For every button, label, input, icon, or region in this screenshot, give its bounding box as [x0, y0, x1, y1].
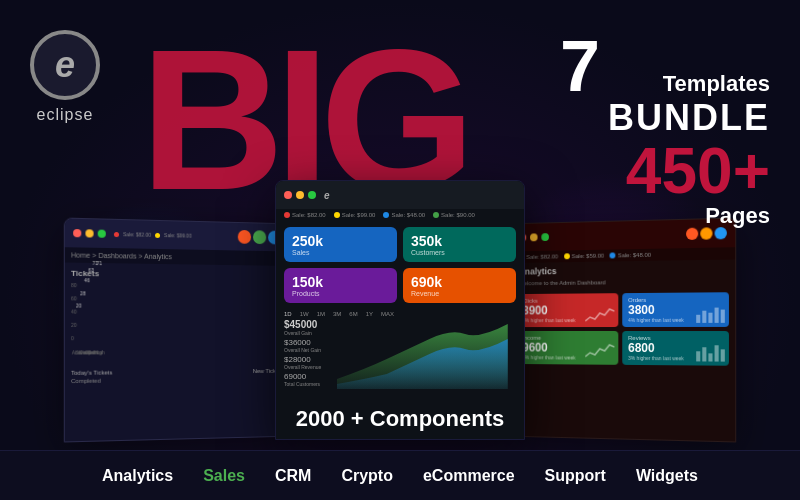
nav-crm[interactable]: CRM	[275, 467, 311, 485]
svg-rect-7	[708, 353, 712, 361]
logo-name: eclipse	[37, 106, 94, 124]
nav-widgets[interactable]: Widgets	[636, 467, 698, 485]
minimize-dot	[85, 229, 93, 237]
r-stat-2: Sale: $59.00	[564, 253, 604, 260]
completed-label: Completed	[71, 376, 283, 384]
svg-rect-1	[702, 311, 706, 323]
nav-sales[interactable]: Sales	[203, 467, 245, 485]
logo-icon: e	[30, 30, 100, 100]
left-dashboard: Sale: $82.00 Sale: $99.00 Home > Dashboa…	[64, 218, 290, 443]
stat-4: Sale: $90.00	[433, 212, 475, 218]
analytics-cards: Clicks 8900 3% higher than last week Ord…	[511, 288, 735, 370]
middle-dash-header: e	[276, 181, 524, 209]
nav-crypto[interactable]: Crypto	[341, 467, 393, 485]
bundle-pages-number: 450+	[560, 139, 770, 203]
orders-card: Orders 3800 4% higher than last week	[622, 292, 729, 327]
minimize-dot-mid	[296, 191, 304, 199]
clicks-card: Clicks 8900 3% higher than last week	[517, 293, 618, 327]
stat-1: Sale: $82.00	[284, 212, 326, 218]
middle-dash-logo: e	[324, 190, 330, 201]
middle-dash-stats: Sale: $82.00 Sale: $99.00 Sale: $48.00 S…	[276, 209, 524, 221]
income-card: Income 9600 5% higher than last week	[517, 331, 618, 365]
expand-dot	[98, 230, 106, 238]
svg-rect-0	[696, 315, 700, 323]
orders-sparkline	[694, 302, 725, 322]
left-dash-content: Tickets 80 60 40 20 0 20 Active	[65, 263, 289, 391]
components-label: 2000 + Components	[296, 406, 504, 432]
svg-rect-5	[696, 351, 700, 361]
r-stat-3: Sale: $48.00	[610, 252, 651, 259]
stat-3: Sale: $48.00	[383, 212, 425, 218]
svg-rect-6	[702, 347, 706, 361]
metric-customers: 350k Customers	[403, 227, 516, 262]
stat-2: Sale: $99.00	[334, 212, 376, 218]
clicks-sparkline	[585, 303, 614, 323]
bundle-label: BUNDLE	[608, 97, 770, 139]
metric-products: 150k Products	[284, 268, 397, 303]
left-dash-header: Sale: $82.00 Sale: $99.00	[65, 219, 289, 252]
nav-analytics[interactable]: Analytics	[102, 467, 173, 485]
income-sparkline	[585, 341, 614, 361]
expand-dot-right	[541, 233, 549, 241]
bundle-number: 7	[560, 30, 600, 102]
svg-rect-9	[721, 349, 725, 361]
reviews-card: Reviews 6800 3% higher than last week	[622, 331, 729, 366]
svg-rect-8	[715, 345, 719, 361]
minimize-dot-right	[530, 233, 538, 241]
reviews-sparkline	[694, 341, 725, 361]
metric-sales: 250k Sales	[284, 227, 397, 262]
bar-chart: 20 Active 28 Solved 46 Closed 63 Open	[79, 282, 99, 343]
today-tickets-label: Today's Tickets	[71, 369, 112, 376]
close-dot	[73, 229, 81, 237]
nav-ecommerce[interactable]: eCommerce	[423, 467, 515, 485]
bottom-navigation: Analytics Sales CRM Crypto eCommerce Sup…	[0, 450, 800, 500]
svg-rect-4	[721, 310, 725, 323]
logo-area: e eclipse	[30, 30, 100, 124]
middle-dashboard: e Sale: $82.00 Sale: $99.00 Sale: $48.00…	[275, 180, 525, 440]
bundle-templates-label: Templates	[608, 71, 770, 97]
nav-support[interactable]: Support	[545, 467, 606, 485]
metric-cards: 250k Sales 350k Customers 150k Products …	[276, 221, 524, 309]
bundle-info: 7 Templates BUNDLE 450+ Pages	[560, 30, 770, 229]
svg-rect-3	[715, 308, 719, 323]
close-dot-mid	[284, 191, 292, 199]
expand-dot-mid	[308, 191, 316, 199]
svg-rect-2	[708, 313, 712, 323]
tickets-label: Tickets	[71, 269, 283, 281]
right-dashboard: Sale: $82.00 Sale: $59.00 Sale: $48.00 A…	[510, 218, 736, 443]
area-chart	[337, 319, 508, 389]
metric-revenue: 690k Revenue	[403, 268, 516, 303]
